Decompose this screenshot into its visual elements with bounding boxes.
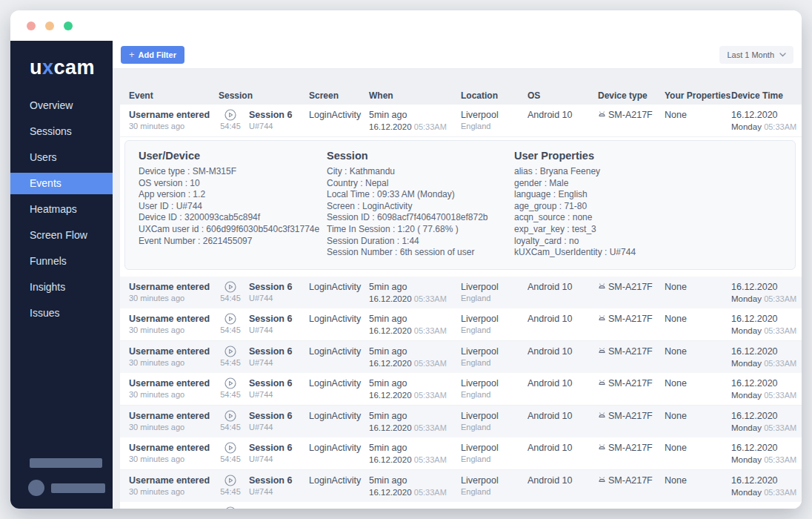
add-filter-label: Add Filter bbox=[139, 50, 176, 59]
session-replay: 54:45 bbox=[219, 475, 242, 498]
event-table-row[interactable]: Username entered 30 minutes ago 54:45 Se… bbox=[120, 308, 802, 341]
session-info: Session 6 U#744 bbox=[249, 442, 292, 466]
when-date: 16.12.2020 bbox=[369, 488, 412, 497]
detail-user-device-lines: Device type : SM-M315FOS version : 10App… bbox=[139, 166, 327, 247]
sidebar-item-events[interactable]: Events bbox=[10, 173, 113, 194]
logo-text: u bbox=[30, 56, 42, 79]
play-session-icon[interactable] bbox=[224, 506, 236, 509]
device-model: SM-A217F bbox=[608, 442, 653, 454]
event-time-ago: 30 minutes ago bbox=[129, 389, 219, 400]
event-table-row[interactable]: Username entered 30 minutes ago 54:45 Se… bbox=[120, 341, 802, 373]
sidebar-item-screen-flow[interactable]: Screen Flow bbox=[10, 222, 113, 248]
session-replay: 54:45 bbox=[219, 281, 242, 305]
sidebar-avatar-placeholder bbox=[28, 480, 44, 496]
window-close-button[interactable] bbox=[27, 22, 36, 30]
device-type-cell: SM-A217F bbox=[589, 109, 656, 133]
device-model: SM-A217F bbox=[608, 109, 653, 121]
session-duration: 54:45 bbox=[220, 121, 241, 131]
event-table-row[interactable]: Username entered 30 minutes ago 54:45 Se… bbox=[120, 406, 802, 437]
location-country: England bbox=[461, 121, 519, 131]
screen-cell: LoginActivity bbox=[300, 109, 363, 133]
play-session-icon[interactable] bbox=[224, 377, 236, 389]
column-header-device-type: Device type bbox=[589, 90, 656, 101]
sidebar-item-overview[interactable]: Overview bbox=[10, 93, 113, 119]
when-datetime: 16.12.2020 05:33AM bbox=[369, 422, 452, 434]
session-info: Session 6 U#744 bbox=[249, 281, 292, 305]
device-date: 16.12.2020 bbox=[731, 506, 802, 509]
play-session-icon[interactable] bbox=[224, 410, 236, 422]
device-date: 16.12.2020 bbox=[731, 442, 802, 454]
location-country: England bbox=[461, 454, 519, 464]
device-model: SM-A217F bbox=[608, 506, 653, 509]
event-table-row[interactable]: Username entered 30 minutes ago 54:45 Se… bbox=[120, 105, 802, 137]
when-datetime: 16.12.2020 05:33AM bbox=[369, 325, 452, 337]
when-cell: 5min ago 16.12.2020 05:33AM bbox=[363, 109, 452, 133]
device-time-cell: 16.12.2020 Monday 05:33AM bbox=[722, 281, 802, 305]
os-cell: Android 10 bbox=[519, 313, 589, 337]
device-time: 05:33AM bbox=[764, 488, 796, 497]
detail-line: Device type : SM-M315F bbox=[139, 166, 327, 178]
detail-line: age_group : 71-80 bbox=[514, 201, 795, 213]
event-cell: Username entered 30 minutes ago bbox=[120, 281, 219, 305]
location-country: England bbox=[461, 422, 519, 432]
event-name: Username entered bbox=[129, 475, 219, 486]
sidebar: uxcam OverviewSessionsUsersEventsHeatmap… bbox=[10, 41, 113, 509]
sidebar-skeleton-bar bbox=[30, 458, 102, 468]
play-session-icon[interactable] bbox=[224, 109, 236, 121]
window-maximize-button[interactable] bbox=[64, 22, 73, 30]
column-header-screen: Screen bbox=[300, 90, 363, 101]
when-time: 05:33AM bbox=[414, 455, 447, 464]
when-cell: 5min ago 16.12.2020 05:33AM bbox=[363, 377, 452, 401]
add-filter-button[interactable]: + Add Filter bbox=[121, 46, 184, 64]
session-info: Session 6 U#744 bbox=[249, 475, 292, 498]
date-range-label: Last 1 Month bbox=[727, 50, 774, 59]
play-session-icon[interactable] bbox=[224, 313, 236, 325]
location-country: England bbox=[461, 486, 519, 497]
sidebar-item-heatmaps[interactable]: Heatmaps bbox=[10, 196, 113, 222]
play-session-icon[interactable] bbox=[224, 475, 236, 486]
app-body: uxcam OverviewSessionsUsersEventsHeatmap… bbox=[10, 41, 802, 509]
when-ago: 5min ago bbox=[369, 475, 452, 486]
window-minimize-button[interactable] bbox=[45, 22, 54, 30]
when-date: 16.12.2020 bbox=[369, 294, 412, 303]
sidebar-item-insights[interactable]: Insights bbox=[10, 274, 113, 300]
play-session-icon[interactable] bbox=[224, 346, 236, 357]
sidebar-item-users[interactable]: Users bbox=[10, 145, 113, 171]
play-session-icon[interactable] bbox=[224, 281, 236, 293]
session-info: Session 6 U#744 bbox=[249, 109, 292, 133]
session-replay: 54:45 bbox=[219, 346, 242, 369]
when-cell: 5min ago 16.12.2020 05:33AM bbox=[363, 442, 452, 466]
when-date: 16.12.2020 bbox=[369, 359, 412, 368]
session-replay: 54:45 bbox=[219, 442, 242, 466]
detail-line: City : Kathmandu bbox=[327, 166, 514, 178]
column-header-session: Session bbox=[219, 90, 300, 101]
detail-line: acqn_source : none bbox=[514, 212, 795, 224]
event-time-ago: 30 minutes ago bbox=[129, 325, 219, 335]
event-table-row[interactable]: Username entered 30 minutes ago 54:45 Se… bbox=[120, 502, 802, 509]
event-name: Username entered bbox=[129, 313, 219, 325]
location-cell: Liverpool England bbox=[452, 281, 519, 305]
date-range-dropdown[interactable]: Last 1 Month bbox=[719, 46, 793, 64]
detail-line: App version : 1.2 bbox=[139, 189, 327, 201]
sidebar-item-sessions[interactable]: Sessions bbox=[10, 119, 113, 145]
detail-section-title: User Properties bbox=[514, 150, 795, 162]
session-name: Session 6 bbox=[249, 109, 292, 121]
play-session-icon[interactable] bbox=[224, 442, 236, 454]
when-ago: 5min ago bbox=[369, 442, 452, 454]
device-date: 16.12.2020 bbox=[731, 377, 802, 389]
location-cell: Liverpool England bbox=[452, 410, 519, 434]
event-cell: Username entered 30 minutes ago bbox=[120, 410, 219, 434]
event-table-row[interactable]: Username entered 30 minutes ago 54:45 Se… bbox=[120, 373, 802, 406]
detail-line: gender : Male bbox=[514, 178, 795, 190]
sidebar-item-issues[interactable]: Issues bbox=[10, 300, 113, 326]
when-date: 16.12.2020 bbox=[369, 122, 412, 131]
sidebar-item-funnels[interactable]: Funnels bbox=[10, 248, 113, 274]
screen-name: LoginActivity bbox=[309, 506, 363, 509]
event-table-row[interactable]: Username entered 30 minutes ago 54:45 Se… bbox=[120, 437, 802, 470]
event-table-row[interactable]: Username entered 30 minutes ago 54:45 Se… bbox=[120, 470, 802, 502]
your-properties-cell: None bbox=[656, 442, 722, 466]
detail-section-title: User/Device bbox=[139, 150, 327, 162]
event-table-row[interactable]: Username entered 30 minutes ago 54:45 Se… bbox=[120, 277, 802, 308]
your-properties-value: None bbox=[665, 109, 722, 121]
event-time-ago: 30 minutes ago bbox=[129, 293, 219, 303]
